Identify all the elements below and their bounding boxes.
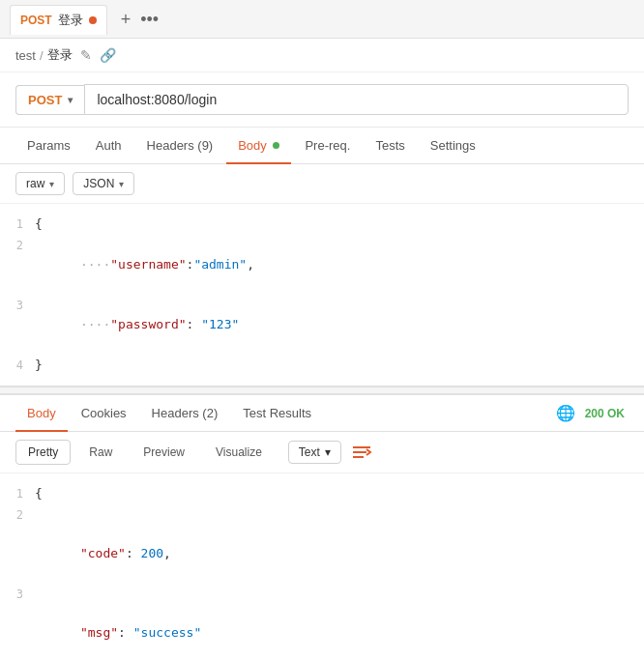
req-linenum-3: 3 <box>0 296 35 315</box>
type-label: JSON <box>83 177 114 190</box>
tab-settings-label: Settings <box>430 138 476 153</box>
tab-prereq[interactable]: Pre-req. <box>293 129 362 164</box>
resp-key-3: "msg" <box>80 625 118 640</box>
request-tab[interactable]: POST 登录 <box>10 5 107 35</box>
response-tabs-row: Body Cookies Headers (2) Test Results 🌐 … <box>0 394 644 432</box>
method-label: POST <box>28 93 62 107</box>
resp-tab-testresults[interactable]: Test Results <box>231 396 323 432</box>
format-chevron-icon: ▾ <box>49 179 54 189</box>
view-pretty-label: Pretty <box>28 445 58 459</box>
view-btn-visualize[interactable]: Visualize <box>203 440 275 465</box>
req-code-4: } <box>35 356 644 375</box>
req-line-4: 4 } <box>0 355 644 376</box>
body-active-dot <box>273 142 279 149</box>
resp-colon-3: : <box>118 625 133 640</box>
breadcrumb-separator: / <box>40 48 44 63</box>
method-chevron-icon: ▾ <box>68 95 73 105</box>
tab-settings[interactable]: Settings <box>419 129 487 164</box>
type-select[interactable]: JSON ▾ <box>73 172 134 195</box>
resp-view-row: Pretty Raw Preview Visualize Text ▾ <box>0 432 644 473</box>
tab-method-badge: POST <box>20 14 52 27</box>
edit-icon[interactable]: ✎ <box>80 47 92 63</box>
view-preview-label: Preview <box>143 445 185 459</box>
response-code-editor: 1 { 2 "code": 200, 3 "msg": "success" 4 … <box>0 473 644 659</box>
breadcrumb-current: 登录 <box>47 46 73 64</box>
resp-linenum-1: 1 <box>0 484 35 503</box>
request-tabs-row: Params Auth Headers (9) Body Pre-req. Te… <box>0 128 644 164</box>
tab-headers-label: Headers (9) <box>147 138 214 153</box>
tab-params[interactable]: Params <box>15 129 82 164</box>
req-val-3: "123" <box>201 317 239 331</box>
tab-body[interactable]: Body <box>226 129 291 164</box>
req-code-1: { <box>35 215 644 234</box>
resp-colon-2: : <box>126 546 141 560</box>
resp-tab-cookies-label: Cookies <box>81 406 127 420</box>
req-comma-2: , <box>247 257 254 272</box>
resp-tab-cookies[interactable]: Cookies <box>70 396 138 432</box>
format-select[interactable]: raw ▾ <box>15 172 65 195</box>
tab-tests-label: Tests <box>375 138 404 153</box>
req-linenum-4: 4 <box>0 356 35 375</box>
resp-linenum-2: 2 <box>0 505 35 525</box>
req-code-3: ····"password": "123" <box>35 296 644 354</box>
tab-auth[interactable]: Auth <box>84 129 133 164</box>
req-line-1: 1 { <box>0 214 644 235</box>
tab-prereq-label: Pre-req. <box>305 138 350 153</box>
type-chevron-icon: ▾ <box>119 179 124 189</box>
text-type-label: Text <box>299 445 320 459</box>
req-colon-3: : <box>187 317 202 331</box>
url-input[interactable] <box>84 84 629 115</box>
req-key-3: "password" <box>110 317 186 331</box>
resp-tab-right: 🌐 200 OK <box>556 404 629 422</box>
globe-icon[interactable]: 🌐 <box>556 404 575 422</box>
resp-tab-headers-label: Headers (2) <box>152 406 219 420</box>
view-btn-pretty[interactable]: Pretty <box>15 440 71 465</box>
resp-line-2: 2 "code": 200, <box>0 504 644 584</box>
req-linenum-1: 1 <box>0 215 35 234</box>
add-tab-icon[interactable]: + <box>121 11 132 28</box>
tab-title: 登录 <box>58 12 83 29</box>
method-select[interactable]: POST ▾ <box>15 85 84 115</box>
breadcrumb-bar: test / 登录 ✎ 🔗 <box>0 39 644 72</box>
resp-tab-body[interactable]: Body <box>15 396 68 432</box>
resp-val-3: "success" <box>133 625 201 640</box>
req-val-2: "admin" <box>193 257 247 272</box>
resp-tab-headers[interactable]: Headers (2) <box>140 396 230 432</box>
more-options-icon[interactable]: ••• <box>140 11 159 28</box>
tab-tests[interactable]: Tests <box>364 129 416 164</box>
resp-code-3: "msg": "success" <box>35 585 644 659</box>
body-options-row: raw ▾ JSON ▾ <box>0 164 644 204</box>
resp-linenum-3: 3 <box>0 585 35 604</box>
view-raw-label: Raw <box>89 445 112 459</box>
req-linenum-2: 2 <box>0 236 35 255</box>
req-dots-3: ···· <box>80 317 110 331</box>
resp-code-1: { <box>35 484 644 503</box>
link-icon[interactable]: 🔗 <box>100 47 116 63</box>
request-code-editor: 1 { 2 ····"username":"admin", 3 ····"pas… <box>0 204 644 387</box>
req-line-2: 2 ····"username":"admin", <box>0 235 644 295</box>
resp-code-2: "code": 200, <box>35 505 644 583</box>
format-label: raw <box>26 177 44 190</box>
resp-line-1: 1 { <box>0 483 644 504</box>
top-tab-bar: POST 登录 + ••• <box>0 0 644 39</box>
text-type-chevron-icon: ▾ <box>325 445 331 459</box>
tab-modified-dot <box>89 16 97 24</box>
text-type-select[interactable]: Text ▾ <box>288 441 341 464</box>
resp-tab-body-label: Body <box>27 406 56 420</box>
section-divider <box>0 387 644 394</box>
wrap-lines-icon[interactable] <box>351 444 372 461</box>
view-btn-raw[interactable]: Raw <box>76 440 125 465</box>
view-visualize-label: Visualize <box>216 445 262 459</box>
tab-actions: + ••• <box>121 11 159 28</box>
resp-key-2: "code" <box>80 546 126 560</box>
view-btn-preview[interactable]: Preview <box>131 440 197 465</box>
breadcrumb-parent[interactable]: test <box>15 48 36 63</box>
resp-line-3: 3 "msg": "success" <box>0 584 644 659</box>
resp-val-2: 200 <box>141 546 163 560</box>
status-badge: 200 OK <box>585 407 625 420</box>
resp-comma-2: , <box>163 546 171 560</box>
request-line: POST ▾ <box>0 72 644 128</box>
tab-headers[interactable]: Headers (9) <box>135 129 225 164</box>
tab-auth-label: Auth <box>96 138 122 153</box>
req-code-2: ····"username":"admin", <box>35 236 644 294</box>
